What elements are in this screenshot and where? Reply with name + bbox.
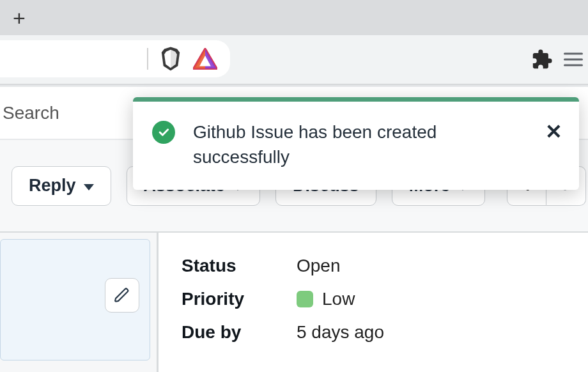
ticket-properties-panel: Status Open Priority Low Due by 5 days a… [159, 233, 588, 372]
priority-value[interactable]: Low [297, 289, 355, 309]
edit-button[interactable] [105, 278, 139, 313]
address-bar[interactable] [0, 40, 230, 77]
dueby-value[interactable]: 5 days ago [297, 322, 384, 343]
dueby-row: Due by 5 days ago [182, 322, 588, 343]
priority-color-swatch [297, 291, 313, 307]
check-circle-icon [152, 121, 175, 144]
status-row: Status Open [182, 256, 588, 276]
priority-text: Low [322, 289, 355, 309]
brave-bat-icon[interactable] [193, 48, 217, 70]
status-value[interactable]: Open [297, 256, 341, 276]
toast-close-button[interactable]: ✕ [545, 120, 562, 144]
browser-tab-strip: + [0, 0, 588, 35]
toast-accent-bar [133, 97, 579, 102]
pencil-icon [114, 287, 130, 304]
priority-row: Priority Low [182, 289, 588, 309]
hamburger-menu-icon[interactable] [564, 49, 583, 70]
reply-label: Reply [29, 176, 76, 196]
extensions-icon[interactable] [531, 49, 553, 70]
toast-message: Github Issue has been created successful… [193, 120, 493, 169]
success-toast: Github Issue has been created successful… [133, 97, 579, 190]
toast-body: Github Issue has been created successful… [133, 102, 579, 190]
reply-button[interactable]: Reply [12, 166, 111, 206]
brave-shield-icon[interactable] [160, 46, 182, 72]
ticket-preview-card[interactable] [0, 239, 150, 360]
search-input[interactable] [0, 103, 115, 123]
detail-row: Status Open Priority Low Due by 5 days a… [0, 233, 588, 372]
dueby-label: Due by [182, 322, 297, 343]
priority-label: Priority [182, 289, 297, 309]
ticket-preview-panel [0, 233, 159, 372]
status-label: Status [182, 256, 297, 276]
new-tab-button[interactable]: + [13, 7, 26, 29]
address-divider [147, 48, 148, 70]
browser-toolbar [0, 35, 588, 85]
chevron-down-icon [84, 184, 94, 190]
